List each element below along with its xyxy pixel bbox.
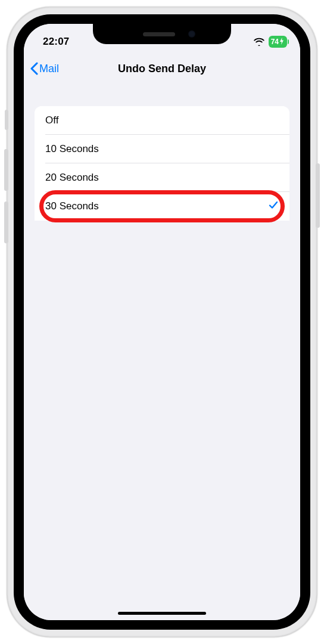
battery-indicator: 74 [269, 36, 287, 48]
option-label: Off [45, 114, 58, 126]
front-camera [188, 30, 195, 38]
power-button [316, 163, 320, 228]
back-label: Mail [39, 63, 59, 75]
option-label: 20 Seconds [45, 172, 99, 184]
options-list: Off10 Seconds20 Seconds30 Seconds [35, 106, 289, 221]
status-time: 22:07 [43, 30, 69, 48]
speaker-grille [143, 32, 175, 36]
nav-bar: Mail Undo Send Delay [24, 54, 300, 83]
notch [93, 24, 231, 44]
silence-switch [5, 110, 8, 130]
back-button[interactable]: Mail [30, 54, 59, 83]
battery-text: 74 [271, 38, 279, 46]
screen: 22:07 74 [24, 24, 300, 620]
phone-frame: 22:07 74 [7, 7, 317, 637]
bezel: 22:07 74 [14, 14, 310, 630]
option-row[interactable]: 20 Seconds [35, 163, 289, 192]
option-row[interactable]: 10 Seconds [35, 135, 289, 163]
content: Off10 Seconds20 Seconds30 Seconds [24, 83, 300, 620]
option-label: 30 Seconds [45, 200, 99, 212]
option-row[interactable]: Off [35, 106, 289, 135]
home-indicator[interactable] [118, 612, 206, 615]
volume-down-button [4, 202, 8, 243]
option-label: 10 Seconds [45, 143, 99, 155]
volume-up-button [4, 149, 8, 191]
chevron-left-icon [30, 62, 38, 75]
charging-bolt-icon [279, 38, 284, 47]
status-right: 74 [253, 30, 287, 48]
option-row[interactable]: 30 Seconds [35, 192, 289, 221]
page-title: Undo Send Delay [118, 63, 206, 75]
wifi-icon [253, 38, 265, 46]
page: 22:07 74 [0, 0, 324, 644]
checkmark-icon [268, 200, 279, 213]
